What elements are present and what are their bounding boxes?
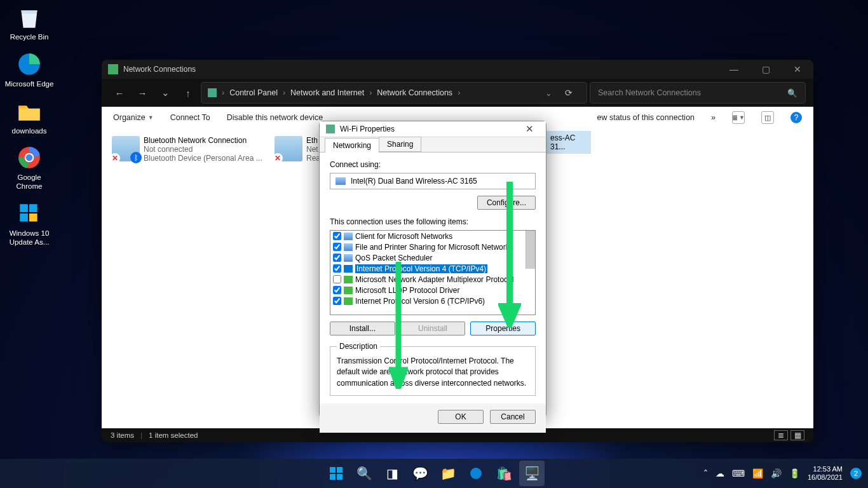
dialog-titlebar[interactable]: Wi-Fi Properties ✕ — [320, 121, 546, 137]
view-status-button[interactable]: ew status of this connection — [597, 113, 695, 122]
component-checkbox[interactable] — [333, 243, 341, 251]
tab-networking[interactable]: Networking — [325, 138, 379, 152]
details-view-button[interactable]: ≣ — [774, 430, 788, 440]
widgets-button[interactable]: 💬 — [407, 461, 433, 486]
component-label: File and Printer Sharing for Microsoft N… — [355, 243, 513, 252]
component-icon — [344, 254, 353, 262]
overflow-button[interactable]: » — [711, 113, 715, 122]
component-icon — [344, 243, 353, 251]
preview-pane-button[interactable]: ◫ — [761, 111, 774, 124]
titlebar[interactable]: Network Connections — ▢ ✕ — [102, 60, 813, 79]
description-text: Transmission Control Protocol/Internet P… — [337, 356, 529, 389]
breadcrumb-icon — [208, 88, 217, 97]
organize-menu[interactable]: Organize▼ — [113, 113, 154, 122]
desktop-icon-downloads[interactable]: downloads — [4, 98, 55, 136]
desktop-icon-edge[interactable]: Microsoft Edge — [4, 51, 55, 89]
tab-sharing[interactable]: Sharing — [379, 137, 421, 152]
wifi-properties-dialog: Wi-Fi Properties ✕ Networking Sharing Co… — [319, 121, 546, 418]
component-checkbox[interactable] — [333, 275, 341, 283]
dialog-icon — [326, 125, 335, 133]
component-item-1[interactable]: File and Printer Sharing for Microsoft N… — [330, 241, 535, 252]
explorer-button[interactable]: 📁 — [435, 461, 461, 486]
component-item-5[interactable]: Microsoft LLDP Protocol Driver — [330, 285, 535, 295]
svg-point-12 — [470, 468, 482, 479]
forward-button[interactable]: → — [132, 83, 153, 103]
listbox-scrollbar[interactable] — [526, 231, 535, 269]
component-checkbox[interactable] — [333, 232, 341, 240]
connection-wifi-selected[interactable]: ess-AC 31... — [546, 131, 591, 154]
component-item-2[interactable]: QoS Packet Scheduler — [330, 252, 535, 263]
component-icon — [344, 287, 353, 294]
component-checkbox[interactable] — [333, 286, 341, 294]
desktop-icon-chrome[interactable]: Google Chrome — [4, 144, 55, 191]
back-button[interactable]: ← — [109, 83, 130, 103]
adapter-box[interactable]: Intel(R) Dual Band Wireless-AC 3165 — [330, 173, 536, 189]
svg-rect-11 — [337, 474, 342, 480]
ethernet-icon: ✕ — [275, 136, 302, 161]
component-item-6[interactable]: Internet Protocol Version 6 (TCP/IPv6) — [330, 295, 535, 306]
large-view-button[interactable]: ▦ — [790, 430, 804, 440]
connection-ethernet[interactable]: ✕ EthNetRea — [272, 133, 323, 165]
up-button[interactable]: ↑ — [178, 83, 198, 103]
clock[interactable]: 12:53 AM16/08/2021 — [808, 465, 843, 482]
search-placeholder: Search Network Connections — [598, 88, 701, 97]
start-button[interactable] — [323, 461, 349, 486]
window-title: Network Connections — [123, 65, 196, 74]
store-button[interactable]: 🛍️ — [491, 461, 517, 486]
component-icon — [344, 276, 353, 283]
configure-button[interactable]: Configure... — [477, 196, 536, 210]
disable-device-button[interactable]: Disable this network device — [227, 113, 323, 122]
view-options-button[interactable]: ≣▼ — [732, 111, 745, 124]
svg-rect-10 — [330, 474, 336, 480]
svg-point-3 — [26, 154, 33, 161]
status-selected: 1 item selected — [149, 431, 198, 439]
components-listbox[interactable]: Client for Microsoft NetworksFile and Pr… — [330, 230, 536, 315]
items-label: This connection uses the following items… — [330, 217, 536, 226]
close-button[interactable]: ✕ — [788, 64, 807, 74]
svg-rect-4 — [20, 204, 28, 212]
install-button[interactable]: Install... — [330, 322, 395, 336]
cancel-button[interactable]: Cancel — [490, 410, 536, 424]
onedrive-icon[interactable]: ☁ — [715, 468, 724, 478]
maximize-button[interactable]: ▢ — [756, 64, 775, 74]
keyboard-icon[interactable]: ⌨ — [732, 468, 745, 478]
component-checkbox[interactable] — [333, 254, 341, 262]
desktop-icon-recycle[interactable]: Recycle Bin — [4, 4, 55, 42]
search-button[interactable]: 🔍 — [351, 461, 377, 486]
breadcrumb-dropdown[interactable]: ⌄ — [545, 88, 552, 98]
desktop-icons: Recycle Bin Microsoft Edge downloads Goo… — [4, 4, 55, 256]
connect-to-button[interactable]: Connect To — [170, 113, 210, 122]
notifications-badge[interactable]: 2 — [850, 468, 862, 479]
component-label: QoS Packet Scheduler — [355, 254, 432, 262]
uninstall-button[interactable]: Uninstall — [400, 322, 466, 336]
description-group: Description Transmission Control Protoco… — [330, 342, 536, 396]
component-item-0[interactable]: Client for Microsoft Networks — [330, 231, 535, 241]
svg-rect-6 — [20, 214, 28, 222]
edge-taskbar-button[interactable] — [463, 461, 489, 486]
help-button[interactable]: ? — [790, 112, 802, 123]
properties-button[interactable]: Properties — [470, 322, 536, 336]
recent-button[interactable]: ⌄ — [155, 83, 175, 103]
svg-rect-8 — [330, 467, 336, 473]
component-icon — [344, 297, 353, 305]
breadcrumb[interactable]: › Control Panel› Network and Internet› N… — [201, 82, 587, 104]
component-item-3[interactable]: Internet Protocol Version 4 (TCP/IPv4) — [330, 263, 535, 274]
window-icon — [108, 64, 118, 74]
overflow-tray[interactable]: ˄ — [703, 468, 708, 478]
component-checkbox[interactable] — [333, 264, 341, 273]
ok-button[interactable]: OK — [438, 410, 484, 424]
dialog-close-button[interactable]: ✕ — [519, 121, 539, 137]
volume-icon[interactable]: 🔊 — [771, 468, 782, 478]
desktop-icon-updater[interactable]: Windows 10 Update As... — [4, 200, 55, 247]
component-item-4[interactable]: Microsoft Network Adapter Multiplexor Pr… — [330, 274, 535, 285]
refresh-button[interactable]: ⟳ — [557, 88, 580, 98]
control-panel-taskbar-button[interactable]: 🖥️ — [519, 461, 545, 486]
battery-icon[interactable]: 🔋 — [789, 468, 800, 478]
minimize-button[interactable]: — — [724, 64, 743, 74]
taskview-button[interactable]: ◨ — [379, 461, 405, 486]
status-count: 3 items — [111, 431, 134, 439]
connection-bluetooth[interactable]: ✕ᛒ Bluetooth Network ConnectionNot conne… — [109, 133, 268, 165]
component-checkbox[interactable] — [333, 297, 341, 305]
wifi-tray-icon[interactable]: 📶 — [752, 468, 763, 478]
search-box[interactable]: Search Network Connections 🔍 — [590, 82, 806, 104]
